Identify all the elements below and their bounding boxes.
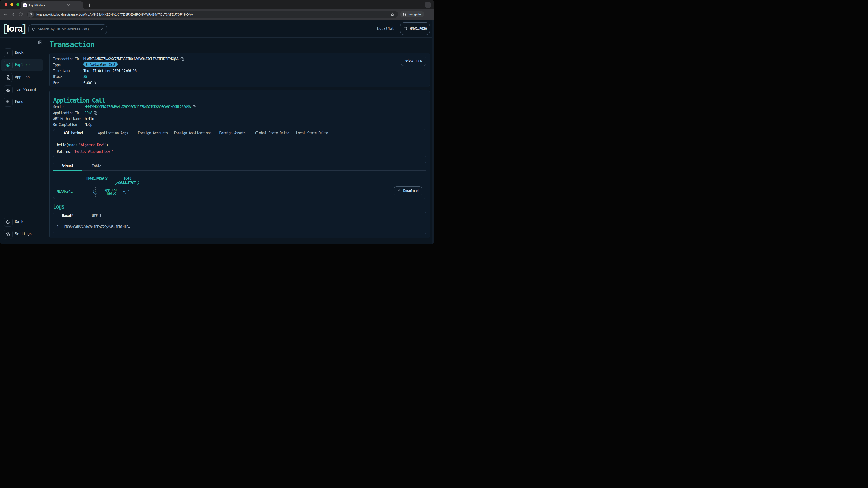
abi-close-paren: ) bbox=[106, 143, 108, 147]
graph-row-label: MLAMKB4… bbox=[57, 190, 72, 194]
reload-icon[interactable] bbox=[18, 12, 23, 17]
url-bar[interactable]: lora.algokit.io/localnet/transaction/MLA… bbox=[27, 11, 398, 18]
new-tab-button[interactable] bbox=[87, 3, 92, 8]
link-icon bbox=[115, 182, 118, 185]
copy-icon[interactable] bbox=[94, 111, 98, 115]
download-icon bbox=[397, 189, 401, 193]
graph-column-dash bbox=[127, 187, 127, 190]
edge-label-line2: hello bbox=[104, 192, 119, 195]
tab-application-args[interactable]: Application Args bbox=[93, 129, 133, 137]
on-completion-label: On Completion bbox=[53, 122, 85, 128]
site-settings-icon[interactable] bbox=[28, 11, 34, 18]
sidebar-item-app-lab[interactable]: App Lab bbox=[0, 73, 45, 86]
view-json-button[interactable]: View JSON bbox=[401, 57, 426, 66]
sidebar-item-txn-wizard[interactable]: Txn Wizard bbox=[0, 86, 45, 98]
browser-tab[interactable]: [ak] AlgoKit - lora bbox=[21, 1, 83, 9]
tab-global-state-delta[interactable]: Global State Delta bbox=[252, 129, 292, 137]
block-link[interactable]: 35 bbox=[84, 75, 87, 79]
row-fee: Fee 0.001 bbox=[53, 80, 184, 86]
transaction-graph: HMWD…PQSA1 1048 06JJ…F7CI2 MLAMKB4… 1 Ap… bbox=[53, 170, 426, 199]
graph-txn-link[interactable]: MLAMKB4… bbox=[57, 190, 72, 194]
application-id-label: Application ID bbox=[53, 110, 85, 116]
tab-foreign-applications[interactable]: Foreign Applications bbox=[173, 129, 213, 137]
logs-tabbar: Base64 UTF-8 bbox=[53, 212, 426, 220]
tab-foreign-assets[interactable]: Foreign Assets bbox=[213, 129, 252, 137]
tab-search-button[interactable] bbox=[425, 2, 431, 8]
graph-sender-link[interactable]: HMWD…PQSA bbox=[86, 176, 104, 181]
incognito-badge: Incognito bbox=[400, 11, 424, 18]
graph-column-dash bbox=[95, 187, 96, 190]
sidebar-item-settings[interactable]: Settings bbox=[0, 230, 45, 242]
log-value: FR98dQAUSGVsbG8sIEFsZ29yYW5kIERldiE= bbox=[64, 225, 130, 229]
sidebar-item-back[interactable]: Back bbox=[0, 48, 45, 61]
sender-link[interactable]: HMWDSHQCOPD2T36WBAHLAZ6PO5GDJJZBN4D2TODK… bbox=[85, 105, 191, 109]
type-badge: ()Application Call bbox=[84, 62, 118, 67]
row-abi-method-name: ABI Method Name hello bbox=[53, 116, 196, 122]
search-icon bbox=[32, 27, 36, 32]
graph-column-dash bbox=[95, 194, 96, 197]
page-title: Transaction bbox=[49, 40, 430, 48]
wallet-icon bbox=[403, 26, 408, 31]
graph-edge-line bbox=[118, 192, 123, 192]
copy-icon[interactable] bbox=[193, 105, 196, 109]
gear-icon bbox=[4, 230, 13, 239]
search-bar[interactable]: Search by ID or Address (⌘K) bbox=[29, 24, 107, 34]
telescope-icon bbox=[4, 61, 13, 70]
abi-arg-name: name: bbox=[68, 143, 77, 147]
back-icon bbox=[4, 48, 13, 57]
tab-utf8[interactable]: UTF-8 bbox=[82, 212, 111, 220]
scrollbar-track[interactable] bbox=[432, 20, 434, 244]
graph-sender-badge: 1 bbox=[105, 177, 108, 180]
network-label[interactable]: LocalNet bbox=[377, 27, 394, 31]
main-content: Transaction Transaction ID MLAMKB4ANXZ5N… bbox=[45, 37, 434, 244]
sidebar-item-explore[interactable]: Explore bbox=[0, 61, 45, 73]
tab-table[interactable]: Table bbox=[82, 162, 111, 170]
tab-strip: [ak] AlgoKit - lora bbox=[0, 0, 434, 9]
sidebar: Back Explore App Lab bbox=[0, 37, 45, 244]
abi-returns-label: Returns: bbox=[57, 150, 73, 154]
tab-base64[interactable]: Base64 bbox=[53, 212, 82, 220]
copy-icon[interactable] bbox=[180, 57, 184, 61]
wallet-button[interactable]: HMWD…PQSA bbox=[400, 22, 430, 35]
abi-method-body: hello(name: "Algorand Dev!") Returns: "H… bbox=[53, 137, 426, 154]
maximize-window-button[interactable] bbox=[16, 3, 19, 6]
abi-fn: hello( bbox=[57, 143, 68, 147]
search-clear-icon[interactable] bbox=[100, 28, 104, 31]
bookmark-star-icon[interactable] bbox=[390, 12, 395, 17]
graph-sender-header: HMWD…PQSA1 bbox=[86, 176, 108, 181]
visual-tabbar: Visual Table bbox=[53, 162, 426, 170]
forward-nav-icon[interactable] bbox=[11, 12, 16, 17]
wallet-address-label: HMWD…PQSA bbox=[410, 27, 427, 31]
graph-app-link[interactable]: 1048 bbox=[123, 176, 131, 181]
browser-menu-icon[interactable] bbox=[426, 12, 430, 16]
close-window-button[interactable] bbox=[4, 3, 7, 6]
wizard-hat-icon bbox=[4, 86, 13, 94]
logs-title: Logs bbox=[53, 203, 426, 210]
row-application-id: Application ID 1048 bbox=[53, 110, 196, 116]
graph-node-to bbox=[125, 190, 129, 194]
graph-arrowhead bbox=[123, 191, 125, 193]
tab-local-state-delta[interactable]: Local State Delta bbox=[292, 129, 332, 137]
tab-visual[interactable]: Visual bbox=[53, 162, 82, 170]
tab-favicon: [ak] bbox=[23, 3, 27, 7]
graph-node-number: 1 bbox=[94, 191, 96, 193]
minimize-window-button[interactable] bbox=[10, 3, 13, 6]
fee-label: Fee bbox=[53, 80, 84, 86]
back-nav-icon[interactable] bbox=[3, 12, 8, 17]
lora-logo[interactable]: [lora] bbox=[3, 22, 26, 35]
graph-rekey-header: 06JJ…F7CI2 bbox=[115, 181, 140, 185]
tab-foreign-accounts[interactable]: Foreign Accounts bbox=[133, 129, 173, 137]
tab-abi-method[interactable]: ABI Method bbox=[53, 129, 93, 137]
sidebar-item-dark-mode[interactable]: Dark bbox=[0, 218, 45, 230]
incognito-label: Incognito bbox=[408, 12, 421, 16]
sidebar-collapse-icon[interactable] bbox=[38, 40, 42, 44]
timestamp-label: Timestamp bbox=[53, 68, 84, 74]
transaction-card: Transaction ID MLAMKB4ANXZ5NA2XY7ZNF3EAI… bbox=[49, 53, 430, 87]
tab-close-icon[interactable] bbox=[67, 3, 70, 7]
fee-value: 0.001 bbox=[84, 81, 92, 85]
download-button[interactable]: Download bbox=[394, 186, 422, 195]
graph-rekey-link[interactable]: 06JJ…F7CI bbox=[118, 181, 136, 185]
incognito-icon bbox=[403, 12, 407, 16]
sidebar-item-fund[interactable]: Fund bbox=[0, 98, 45, 110]
application-id-link[interactable]: 1048 bbox=[85, 111, 92, 115]
